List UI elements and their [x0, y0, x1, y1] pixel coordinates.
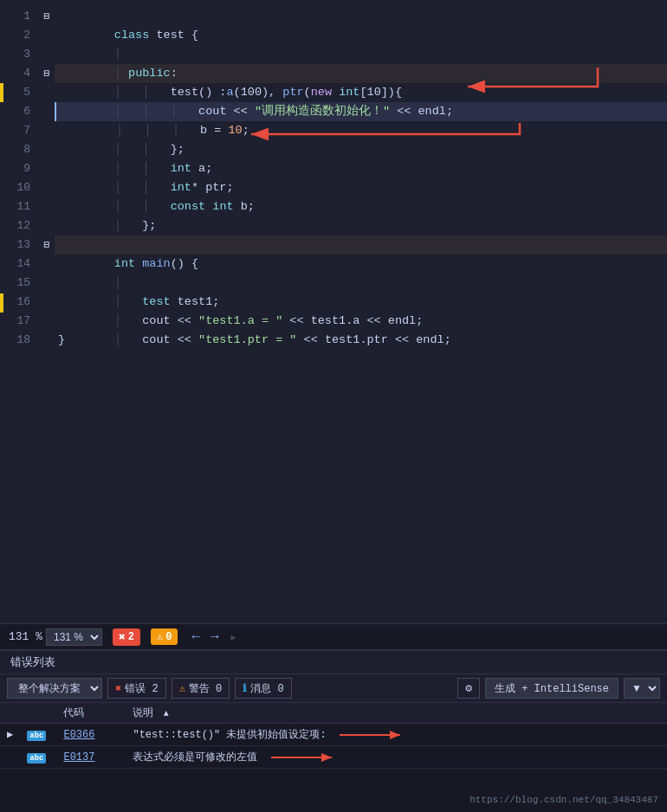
watermark-url: https://blog.csdn.net/qq_34843487 [469, 795, 658, 805]
warning-count-value: 0 [165, 631, 172, 643]
navigation-arrows: ← → ▸ [188, 628, 241, 646]
error-badge-label: 错误 2 [125, 681, 158, 696]
info-badge-label: 消息 0 [250, 681, 283, 696]
collapse-3[interactable]: ⊟ [39, 235, 55, 255]
code-editor: 1 2 3 4 5 6 7 8 9 10 11 12 13 14 15 16 1… [0, 0, 667, 623]
code-line-1: class test { [55, 7, 667, 26]
row-desc-2: 表达式必须是可修改的左值 [126, 746, 667, 769]
error-code-e0366[interactable]: E0366 [63, 729, 94, 741]
warning-count-badge[interactable]: ⚠ 0 [151, 628, 178, 645]
scope-select[interactable]: 整个解决方案 [7, 678, 102, 699]
table-row[interactable]: ▶ abc E0366 "test::test()" 未提供初始值设定项: [0, 724, 667, 746]
warning-icon-toolbar: ⚠ [179, 682, 185, 695]
error-badge[interactable]: ✖ 错误 2 [107, 678, 166, 699]
error-x-icon-toolbar: ✖ [115, 682, 121, 695]
zoom-dropdown[interactable]: 131 % 100 % 150 % [46, 628, 102, 646]
filter-badge-toolbar[interactable]: ⚙ [457, 678, 480, 699]
code-line-13: int main() { [55, 235, 667, 255]
yellow-indicator-2 [0, 293, 3, 313]
code-container: 1 2 3 4 5 6 7 8 9 10 11 12 13 14 15 16 1… [0, 0, 667, 357]
collapse-1[interactable]: ⊟ [39, 7, 55, 26]
info-icon-toolbar: ℹ [243, 682, 247, 695]
nav-forward-arrow[interactable]: → [207, 629, 223, 645]
nav-back-arrow[interactable]: ← [188, 629, 204, 645]
table-row[interactable]: abc E0137 表达式必须是可修改的左值 [0, 746, 667, 769]
zoom-value: 131 % [9, 630, 42, 643]
yellow-indicator-1 [0, 83, 3, 102]
line-numbers: 1 2 3 4 5 6 7 8 9 10 11 12 13 14 15 16 1… [0, 7, 39, 350]
col-expand [0, 703, 20, 724]
warning-badge-label: 警告 0 [189, 681, 222, 696]
error-toolbar: 整个解决方案 ✖ 错误 2 ⚠ 警告 0 ℹ 消息 0 ⚙ 生成 + Intel… [0, 674, 667, 703]
row-type-1: abc [20, 724, 56, 746]
warning-badge-toolbar[interactable]: ⚠ 警告 0 [172, 678, 230, 699]
status-bar: 131 % 131 % 100 % 150 % ✖ 2 ⚠ 0 ← → ▸ [0, 623, 667, 649]
row-type-2: abc [20, 746, 56, 769]
code-lines: class test { │ │ public: │ │ test() :a(1… [55, 7, 667, 350]
error-panel: 错误列表 整个解决方案 ✖ 错误 2 ⚠ 警告 0 ℹ 消息 0 ⚙ 生成 + … [0, 649, 667, 812]
col-type-icon [20, 703, 56, 724]
row-code-1[interactable]: E0366 [56, 724, 126, 746]
warning-triangle-icon: ⚠ [157, 630, 163, 643]
code-line-3: │ public: [55, 45, 667, 64]
error-count-badge[interactable]: ✖ 2 [113, 628, 140, 646]
error-panel-title: 错误列表 [0, 651, 667, 674]
zoom-control: 131 % 131 % 100 % 150 % [9, 628, 102, 646]
row-expand-1[interactable]: ▶ [0, 724, 20, 746]
error-count-value: 2 [128, 631, 134, 643]
generate-btn-label: 生成 + IntelliSense [495, 681, 609, 696]
abc-badge-2: abc [27, 753, 46, 764]
generate-dropdown[interactable]: ▼ [624, 678, 660, 699]
col-description: 说明 ▲ [126, 703, 667, 724]
col-code: 代码 [56, 703, 126, 724]
row-expand-2 [0, 746, 20, 769]
row-desc-1: "test::test()" 未提供初始值设定项: [126, 724, 667, 746]
info-badge-toolbar[interactable]: ℹ 消息 0 [235, 678, 291, 699]
error-x-icon: ✖ [119, 630, 126, 644]
table-header-row: 代码 说明 ▲ [0, 703, 667, 724]
row-code-2[interactable]: E0137 [56, 746, 126, 769]
collapse-2[interactable]: ⊟ [39, 64, 55, 83]
generate-btn[interactable]: 生成 + IntelliSense [485, 678, 618, 699]
abc-badge-1: abc [27, 731, 46, 741]
gutter: ⊟ ⊟ ⊟ [39, 7, 55, 350]
filter-icon-toolbar: ⚙ [465, 681, 472, 695]
nav-end-arrow: ▸ [226, 628, 242, 646]
error-code-e0137[interactable]: E0137 [63, 751, 94, 764]
error-table: 代码 说明 ▲ ▶ abc E0366 "test::test()" 未提供初 [0, 703, 667, 769]
code-line-15: │ test test1; [55, 274, 667, 293]
